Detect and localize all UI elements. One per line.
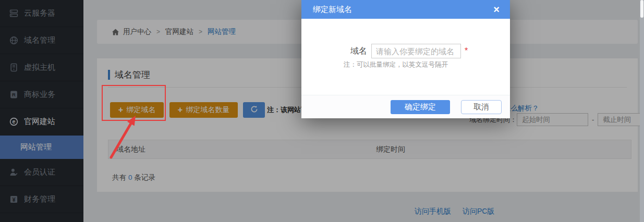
- required-asterisk: *: [465, 46, 468, 56]
- modal-footer: 确定绑定 取消: [301, 95, 510, 118]
- modal-title: 绑定新域名: [313, 5, 493, 15]
- scrollbar-track[interactable]: [640, 0, 644, 222]
- cancel-button[interactable]: 取消: [461, 100, 502, 114]
- domain-field-label: 域名: [350, 46, 367, 57]
- domain-field-row: 域名 *: [350, 44, 468, 58]
- scrollbar-thumb[interactable]: [640, 0, 643, 18]
- bind-domain-modal: 绑定新域名 × 域名 * 注：可以批量绑定，以英文逗号隔开 确定绑定 取消: [301, 0, 510, 118]
- domain-input[interactable]: [371, 44, 461, 58]
- confirm-bind-button[interactable]: 确定绑定: [391, 100, 450, 114]
- modal-header: 绑定新域名 ×: [301, 0, 510, 19]
- modal-note: 注：可以批量绑定，以英文逗号隔开: [344, 60, 448, 69]
- close-icon[interactable]: ×: [493, 4, 500, 15]
- page: 云服务器 域名管理 虚拟主机 R 商标业务 e 官网建站 网: [0, 0, 644, 222]
